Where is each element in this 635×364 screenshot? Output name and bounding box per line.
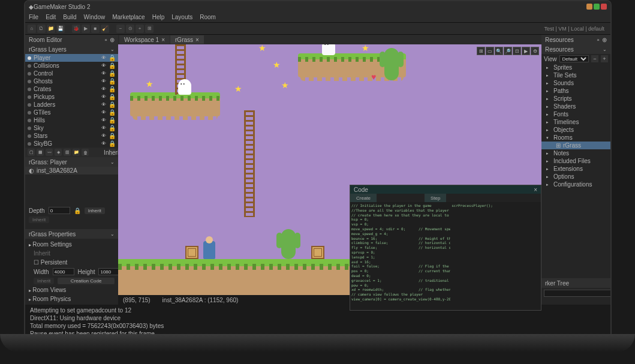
menu-layouts[interactable]: Layouts <box>171 14 192 20</box>
settings-icon[interactable]: ⚙ <box>531 47 539 55</box>
persistent-checkbox[interactable]: ☐ <box>34 259 39 266</box>
lock-icon[interactable]: 🔒 <box>109 94 116 100</box>
resource-objects[interactable]: ▸Objects <box>541 126 610 134</box>
player-sprite[interactable] <box>203 241 215 259</box>
layer-row-ghosts[interactable]: Ghosts👁🔒 <box>25 77 118 85</box>
resource-configurations[interactable]: ▸Configurations <box>541 181 610 188</box>
instances-panel-header[interactable]: rGrass: Player ⌄ <box>25 157 118 167</box>
maximize-icon[interactable] <box>594 4 600 10</box>
delete-layer-icon[interactable]: 🗑 <box>82 149 89 156</box>
expand-icon[interactable]: ▸ <box>546 81 551 86</box>
zoom-in-icon[interactable]: 🔍 <box>495 47 503 55</box>
collapse-icon[interactable]: ⌄ <box>110 160 115 165</box>
menu-edit[interactable]: Edit <box>46 14 56 20</box>
minimize-icon[interactable] <box>586 4 592 10</box>
event-create-tab[interactable]: Create <box>350 194 377 202</box>
resource-notes[interactable]: ▸Notes <box>541 149 610 157</box>
zoom-out-icon[interactable]: − <box>116 25 125 33</box>
play-icon[interactable]: ▶ <box>82 25 90 33</box>
resource-shaders[interactable]: ▸Shaders <box>541 103 610 110</box>
play-icon[interactable]: ▶ <box>522 47 530 55</box>
folder-icon[interactable]: 📁 <box>73 149 80 156</box>
resource-rooms[interactable]: ▾Rooms <box>541 134 610 142</box>
code-window[interactable]: Code × Create Step /// Initialise the pl… <box>350 185 541 311</box>
open-icon[interactable]: 📁 <box>47 25 55 33</box>
clean-icon[interactable]: 🧹 <box>101 25 109 33</box>
layer-row-hills[interactable]: Hills👁🔒 <box>25 116 118 124</box>
visibility-icon[interactable]: 👁 <box>101 110 106 115</box>
expand-icon[interactable]: ▾ <box>546 136 551 140</box>
add-tab-icon[interactable]: ⊕ <box>602 37 607 43</box>
collapse-all-icon[interactable]: − <box>591 55 598 62</box>
resource-options[interactable]: ▸Options <box>541 173 610 181</box>
layer-row-ladders[interactable]: Ladders👁🔒 <box>25 101 118 109</box>
event-step-tab[interactable]: Step <box>425 194 446 202</box>
expand-icon[interactable]: ▸ <box>546 89 551 94</box>
resource-sprites[interactable]: ▸Sprites <box>541 64 610 71</box>
zoom-reset-icon[interactable]: ⊙ <box>126 25 134 33</box>
room-physics-label[interactable]: Room Physics <box>32 296 71 302</box>
creation-code-button[interactable]: Creation Code <box>58 278 115 284</box>
inherit-depth-button[interactable]: Inherit <box>85 207 105 214</box>
docking-icon[interactable]: ⊞ <box>145 25 154 33</box>
view-select[interactable]: Default <box>559 55 589 62</box>
stop-icon[interactable]: ■ <box>91 25 100 33</box>
resource-timelines[interactable]: ▸Timelines <box>541 118 610 126</box>
resource-paths[interactable]: ▸Paths <box>541 87 610 95</box>
resource-rgrass[interactable]: ⊞rGrass <box>541 142 610 149</box>
expand-icon[interactable]: ▸ <box>546 151 551 156</box>
inherit-button[interactable]: Inherit <box>34 278 54 284</box>
expand-all-icon[interactable]: + <box>601 55 608 62</box>
menu-file[interactable]: File <box>29 14 38 20</box>
lock-icon[interactable]: 🔒 <box>109 70 116 77</box>
add-bg-layer-icon[interactable]: ▥ <box>64 149 71 156</box>
collapse-icon[interactable]: ⌄ <box>110 47 115 52</box>
layer-row-crates[interactable]: Crates👁🔒 <box>25 85 118 93</box>
select-icon[interactable]: ▭ <box>486 47 494 55</box>
menu-marketplace[interactable]: Marketplace <box>112 14 145 20</box>
menu-window[interactable]: Window <box>84 14 106 20</box>
expand-icon[interactable]: ▸ <box>546 112 551 117</box>
expand-icon[interactable]: ▸ <box>546 167 551 172</box>
zoom-in-icon[interactable]: + <box>136 25 144 33</box>
resource-extensions[interactable]: ▸Extensions <box>541 165 610 173</box>
lock-icon[interactable]: 🔒 <box>109 86 116 92</box>
room-settings-label[interactable]: Room Settings <box>32 241 72 248</box>
resource-sounds[interactable]: ▸Sounds <box>541 79 610 87</box>
zoom-out-icon[interactable]: 🔎 <box>504 47 512 55</box>
inherit-button[interactable]: Inherit <box>29 216 49 223</box>
width-input[interactable] <box>53 268 74 275</box>
layer-row-control[interactable]: Control👁🔒 <box>25 70 118 77</box>
visibility-icon[interactable]: 👁 <box>101 79 106 84</box>
expand-icon[interactable]: ▸ <box>546 120 551 125</box>
visibility-icon[interactable]: 👁 <box>101 102 106 107</box>
debug-icon[interactable]: 🐞 <box>72 25 80 33</box>
resource-fonts[interactable]: ▸Fonts <box>541 110 610 118</box>
add-path-layer-icon[interactable]: 〰 <box>46 149 53 156</box>
expand-icon[interactable]: ▸ <box>546 159 551 164</box>
close-icon[interactable] <box>601 4 607 10</box>
room-properties-header[interactable]: rGrass Properties ⌄ <box>25 229 118 239</box>
expand-icon[interactable]: ▸ <box>546 65 551 70</box>
find-input[interactable] <box>544 290 612 297</box>
visibility-icon[interactable]: 👁 <box>101 71 106 76</box>
save-icon[interactable]: 💾 <box>56 25 65 33</box>
tab-rgrass[interactable]: rGrass× <box>170 35 204 44</box>
lock-icon[interactable]: 🔒 <box>109 140 116 147</box>
resource-scripts[interactable]: ▸Scripts <box>541 95 610 103</box>
visibility-icon[interactable]: 👁 <box>101 133 106 139</box>
layers-panel-header[interactable]: rGrass Layers ⌄ <box>25 44 118 54</box>
room-editor-tab[interactable]: Room Editor × ⊕ <box>25 35 118 44</box>
code-editor-create[interactable]: /// Initialise the player in the game //… <box>350 202 450 310</box>
height-input[interactable] <box>98 268 120 275</box>
visibility-icon[interactable]: 👁 <box>101 55 106 61</box>
lock-icon[interactable]: 🔒 <box>109 133 116 139</box>
collapse-icon[interactable]: ⌄ <box>110 231 115 237</box>
close-tab-icon[interactable]: × <box>104 37 107 43</box>
visibility-icon[interactable]: 👁 <box>101 94 106 100</box>
expand-icon[interactable]: ▸ <box>546 182 551 187</box>
inherit-layers-button[interactable]: Inherit <box>109 149 116 156</box>
layer-row-gtiles[interactable]: GTiles👁🔒 <box>25 109 118 116</box>
inherit-settings-button[interactable]: Inherit <box>34 250 50 257</box>
expand-icon[interactable]: ▸ <box>546 73 551 78</box>
